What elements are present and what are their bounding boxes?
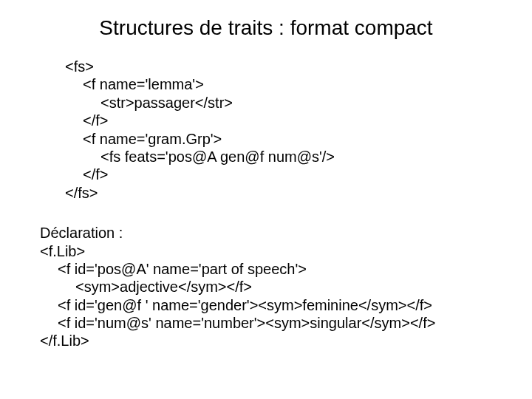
declaration-block: Déclaration : <f.Lib> <f id='pos@A' name… <box>40 224 532 350</box>
code-line: <f id='gen@f ' name='gender'><sym>femini… <box>40 296 532 314</box>
code-line: </fs> <box>65 184 532 202</box>
code-line: </f> <box>65 112 532 129</box>
code-line: <f name='gram.Grp'> <box>65 130 532 148</box>
code-line: <f.Lib> <box>40 242 532 260</box>
code-line: <f id='pos@A' name='part of speech'> <box>40 260 532 278</box>
decl-heading: Déclaration : <box>40 224 532 242</box>
code-line: <sym>adjective</sym></f> <box>40 278 532 296</box>
code-line: <fs> <box>65 58 532 75</box>
code-line: </f.Lib> <box>40 332 532 349</box>
code-line: </f> <box>65 166 532 183</box>
code-line: <f name='lemma'> <box>65 75 532 93</box>
code-line: <str>passager</str> <box>65 94 532 112</box>
slide-title: Structures de traits : format compact <box>0 16 532 40</box>
code-line: <f id='num@s' name='number'><sym>singula… <box>40 314 532 332</box>
code-block-1: <fs> <f name='lemma'> <str>passager</str… <box>65 58 532 202</box>
code-line: <fs feats='pos@A gen@f num@s'/> <box>65 148 532 166</box>
